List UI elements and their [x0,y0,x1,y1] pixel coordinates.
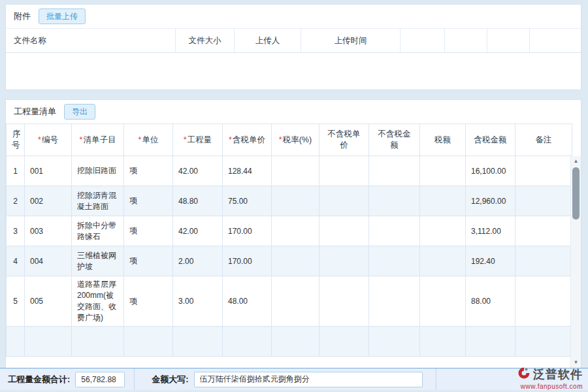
amount-in-words-field[interactable] [194,372,423,387]
cell-item: 拆除中分带路缘石 [72,216,124,246]
amount-in-words-label: 金额大写: [152,374,188,385]
column-header-tax-amount: 税额 [420,124,466,156]
batch-upload-button[interactable]: 批量上传 [39,8,86,24]
attachments-empty-body [6,53,581,90]
cell-tax-amount [420,276,466,327]
cell-code: 005 [25,276,72,327]
column-header-file-name: 文件名称 [6,29,176,52]
attachments-panel: 附件 批量上传 文件名称 文件大小 上传人 上传时间 [5,4,581,90]
boq-table-wrap: 序号 *编号 *清单子目 *单位 *工程量 *含税单价 *税率(%) 不含税单价… [6,123,581,368]
attachments-table-header: 文件名称 文件大小 上传人 上传时间 [6,28,581,53]
required-star: * [139,135,142,144]
required-star: * [80,135,83,144]
cell-seq: 5 [7,276,25,327]
cell-amount-incl-tax: 192.40 [466,246,515,276]
cell-price-incl-tax: 75.00 [223,186,272,216]
table-row: 2 002 挖除沥青混凝土路面 项 48.80 75.00 12,960.00 [7,186,572,216]
cell-remark [515,156,572,186]
scrollbar-thumb[interactable] [572,167,580,220]
table-row: 4 004 三维植被网护坡 项 2.00 170.00 192.40 [7,246,572,276]
cell-tax-rate [272,216,319,246]
footer-divider [436,368,436,390]
column-header-price-incl-tax: *含税单价 [223,124,272,156]
cell-item: 道路基层厚200mm(被交路面、收费广场) [72,276,124,327]
export-button[interactable]: 导出 [64,104,95,120]
cell-amount-excl-tax [369,216,420,246]
cell-quantity: 3.00 [173,276,223,327]
cell-code: 001 [25,156,72,186]
cell-amount-excl-tax [369,186,420,216]
attachments-title: 附件 [14,10,31,22]
cell-price-incl-tax: 128.44 [223,156,272,186]
cell-code: 004 [25,246,72,276]
fanpu-logo-text: 泛普软件 [533,367,583,382]
cell-code: 002 [25,186,72,216]
vertical-scrollbar[interactable]: ▲ ▼ [570,156,581,368]
boq-title: 工程量清单 [14,106,56,118]
scroll-down-arrow[interactable]: ▼ [571,358,581,367]
cell-tax-rate [272,276,319,327]
column-header-seq: 序号 [7,124,25,156]
cell-quantity: 2.00 [173,246,223,276]
cell-tax-amount [420,246,466,276]
total-amount-label: 工程量金额合计: [8,374,70,385]
cell-tax-amount [420,186,466,216]
column-header-empty [530,29,581,52]
cell-tax-rate [272,246,319,276]
cell-seq: 1 [7,156,25,186]
cell-tax-amount [420,156,466,186]
cell-quantity: 42.00 [173,216,223,246]
cell-price-excl-tax [319,156,369,186]
table-row: 5 005 道路基层厚200mm(被交路面、收费广场) 项 3.00 48.00… [7,276,572,327]
cell-unit: 项 [124,246,173,276]
cell-tax-rate [272,156,319,186]
column-header-code: *编号 [25,124,72,156]
footer-bar: 工程量金额合计: 金额大写: [0,368,588,390]
screen: 附件 批量上传 文件名称 文件大小 上传人 上传时间 工程量清单 导出 [0,0,588,392]
cell-quantity: 48.80 [173,186,223,216]
attachments-titlebar: 附件 批量上传 [6,5,581,28]
column-header-quantity: *工程量 [173,124,223,156]
total-amount-field[interactable] [75,372,125,387]
column-header-amount-incl-tax: 含税金额 [466,124,515,156]
fanpu-logo-url: www.fanpusoft.com [517,383,583,390]
cell-amount-incl-tax: 16,100.00 [466,156,515,186]
fanpu-logo-icon [517,367,531,382]
cell-price-excl-tax [319,276,369,327]
column-header-empty [487,29,530,52]
cell-remark [515,276,572,327]
boq-table: 序号 *编号 *清单子目 *单位 *工程量 *含税单价 *税率(%) 不含税单价… [6,123,572,357]
required-star: * [279,135,282,144]
cell-quantity: 42.00 [173,156,223,186]
table-row: 1 001 挖除旧路面 项 42.00 128.44 16,100.00 [7,156,572,186]
cell-seq: 2 [7,186,25,216]
cell-price-excl-tax [319,186,369,216]
column-header-upload-time: 上传时间 [301,29,400,52]
cell-price-excl-tax [319,216,369,246]
required-star: * [229,135,232,144]
column-header-empty [400,29,445,52]
column-header-file-size: 文件大小 [176,29,235,52]
fanpu-logo: 泛普软件 www.fanpusoft.com [517,367,583,390]
column-header-tax-rate: *税率(%) [272,124,319,156]
cell-price-incl-tax: 48.00 [223,276,272,327]
cell-unit: 项 [124,186,173,216]
required-star: * [38,135,41,144]
cell-tax-amount [420,216,466,246]
cell-amount-incl-tax: 12,960.00 [466,186,515,216]
scroll-up-arrow[interactable]: ▲ [571,157,581,166]
cell-price-excl-tax [319,246,369,276]
cell-amount-incl-tax: 88.00 [466,276,515,327]
column-header-amount-excl-tax: 不含税金额 [369,124,420,156]
cell-price-incl-tax: 170.00 [223,216,272,246]
footer-divider [134,368,135,390]
cell-price-incl-tax: 170.00 [223,246,272,276]
column-header-uploader: 上传人 [235,29,301,52]
cell-remark [515,216,572,246]
column-header-remark: 备注 [515,124,572,156]
cell-amount-excl-tax [369,156,420,186]
boq-header-row: 序号 *编号 *清单子目 *单位 *工程量 *含税单价 *税率(%) 不含税单价… [7,124,572,156]
boq-panel: 工程量清单 导出 序号 *编号 *清单子目 *单位 *工程量 *含税 [5,99,581,368]
column-header-empty [445,29,487,52]
table-row: 3 003 拆除中分带路缘石 项 42.00 170.00 3,112.00 [7,216,572,246]
